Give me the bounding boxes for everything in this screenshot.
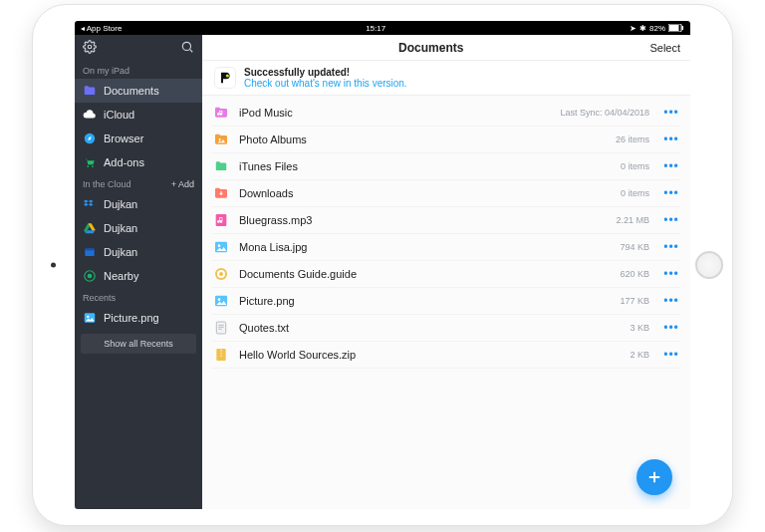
file-row[interactable]: Downloads0 items••• [212,180,680,207]
sidebar-item-icloud[interactable]: iCloud [75,103,202,127]
zip-file-icon [212,346,230,364]
more-icon[interactable]: ••• [662,106,680,120]
nearby-icon [83,269,97,283]
more-icon[interactable]: ••• [662,294,680,308]
update-banner: Successfully updated! Check out what's n… [202,61,690,96]
sidebar-item-label: Add-ons [104,156,194,168]
file-name: Documents Guide.guide [239,268,611,280]
file-name: iTunes Files [239,160,612,172]
svg-point-19 [218,244,221,247]
settings-icon[interactable] [83,40,97,56]
text-file-icon [212,319,230,337]
sidebar-item-nearby[interactable]: Nearby [75,264,202,288]
svg-point-16 [219,138,221,140]
box-icon [83,245,97,259]
sidebar-item-label: Dujkan [104,198,194,210]
sidebar-item-dujkan[interactable]: Dujkan [75,240,202,264]
back-app-label[interactable]: ◂ App Store [81,24,122,33]
sidebar-section-label: In the Cloud+ Add [75,174,202,192]
file-name: Downloads [239,187,612,199]
more-icon[interactable]: ••• [662,240,680,254]
more-icon[interactable]: ••• [662,159,680,173]
ipad-home-button[interactable] [695,251,723,279]
file-row[interactable]: iPod MusicLast Sync: 04/04/2018••• [212,100,680,127]
file-row[interactable]: Mona Lisa.jpg794 KB••• [212,234,680,261]
sidebar-item-dujkan[interactable]: Dujkan [75,216,202,240]
file-meta: 794 KB [620,242,649,252]
file-name: Quotes.txt [239,322,621,334]
sidebar: On my iPadDocumentsiCloudBrowserAdd-onsI… [75,35,202,509]
svg-point-22 [219,272,223,276]
add-cloud-button[interactable]: + Add [171,179,194,189]
more-icon[interactable]: ••• [662,348,680,362]
file-list[interactable]: iPod MusicLast Sync: 04/04/2018•••Photo … [202,96,690,509]
file-row[interactable]: Bluegrass.mp32.21 MB••• [212,207,680,234]
select-button[interactable]: Select [649,42,680,54]
file-row[interactable]: Picture.png177 KB••• [212,288,680,315]
more-icon[interactable]: ••• [662,213,680,227]
file-name: iPod Music [239,107,551,119]
file-meta: 0 items [621,188,649,198]
sidebar-item-picture-png[interactable]: Picture.png [75,306,202,330]
main-panel: Documents Select Successfully updated! C… [202,35,690,509]
banner-title: Successfully updated! [244,67,407,78]
status-time: 15:17 [126,24,626,33]
file-meta: 0 items [621,161,649,171]
gdrive-icon [83,221,97,235]
file-row[interactable]: Hello World Sources.zip2 KB••• [212,342,680,369]
file-row[interactable]: iTunes Files0 items••• [212,153,680,180]
cloud-icon [83,108,97,122]
file-meta: 3 KB [630,323,649,333]
svg-rect-17 [216,214,227,226]
svg-point-7 [87,165,89,167]
svg-point-3 [88,45,92,49]
sidebar-item-label: Documents [104,85,194,97]
sidebar-item-add-ons[interactable]: Add-ons [75,150,202,174]
ipad-camera [51,263,56,268]
bluetooth-icon: ✱ [639,24,646,33]
more-icon[interactable]: ••• [662,321,680,335]
screen: ◂ App Store 15:17 ➤ ✱ 82% [75,21,690,509]
banner-link[interactable]: Check out what's new in this version. [244,78,407,89]
app-icon [214,67,236,89]
image-file-icon [212,292,230,310]
svg-rect-1 [669,25,679,31]
svg-rect-2 [682,26,684,30]
status-bar: ◂ App Store 15:17 ➤ ✱ 82% [75,21,690,35]
file-meta: 2 KB [630,350,649,360]
file-name: Picture.png [239,295,611,307]
main-header: Documents Select [202,35,690,61]
show-all-recents-button[interactable]: Show all Recents [81,334,196,354]
file-row[interactable]: Photo Albums26 items••• [212,127,680,153]
page-title: Documents [212,41,649,55]
search-icon[interactable] [180,40,194,56]
file-meta: 620 KB [620,269,649,279]
image-file-icon [212,238,230,256]
photos-folder-icon [212,131,230,148]
add-button[interactable] [637,459,672,495]
sidebar-item-browser[interactable]: Browser [75,127,202,150]
sidebar-item-label: Nearby [104,270,194,282]
more-icon[interactable]: ••• [662,186,680,200]
svg-line-5 [190,50,193,53]
file-meta: 177 KB [620,296,649,306]
sidebar-item-label: iCloud [104,109,194,121]
compass-icon [83,132,97,145]
sidebar-item-label: Dujkan [104,246,194,258]
ipad-frame: ◂ App Store 15:17 ➤ ✱ 82% [32,4,733,526]
file-name: Hello World Sources.zip [239,349,621,361]
file-name: Mona Lisa.jpg [239,241,611,253]
sidebar-item-dujkan[interactable]: Dujkan [75,192,202,216]
file-meta: 2.21 MB [616,215,649,225]
svg-rect-10 [85,249,94,251]
file-name: Photo Albums [239,133,607,145]
svg-point-8 [92,165,94,167]
battery-icon [668,24,684,32]
file-row[interactable]: Documents Guide.guide620 KB••• [212,261,680,288]
sidebar-section-label: Recents [75,288,202,306]
more-icon[interactable]: ••• [662,267,680,281]
sidebar-item-documents[interactable]: Documents [75,79,202,103]
sidebar-section-label: On my iPad [75,61,202,79]
more-icon[interactable]: ••• [662,133,680,146]
file-row[interactable]: Quotes.txt3 KB••• [212,315,680,342]
